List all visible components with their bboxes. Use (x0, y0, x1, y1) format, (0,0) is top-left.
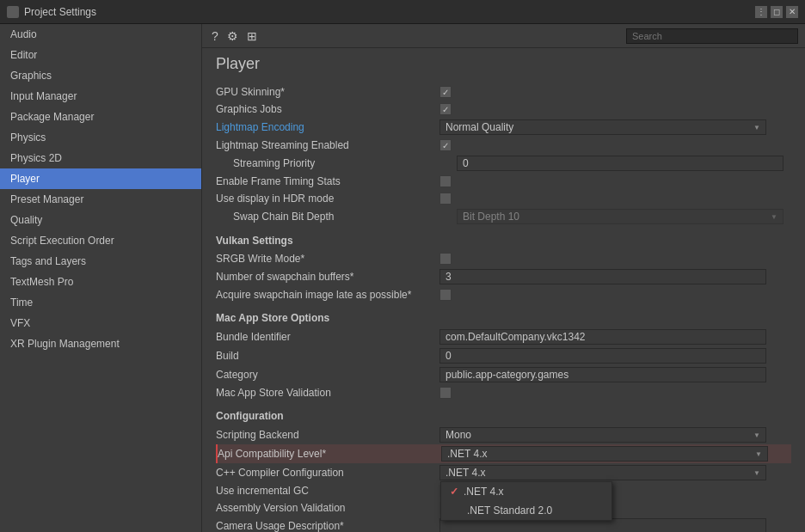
settings-value-streaming-priority (457, 156, 791, 171)
settings-row-gpu-skinning-: GPU Skinning* (216, 83, 791, 101)
settings-label: Scripting Backend (216, 429, 439, 441)
sidebar-item-xr-plugin-management[interactable]: XR Plugin Management (0, 333, 201, 354)
settings-value-acquire-swapchain-image-late-as-possible- (439, 289, 791, 301)
layout-button[interactable]: ⊞ (244, 29, 260, 43)
settings-row-lightmap-encoding: Lightmap EncodingNormal Quality▼ (216, 118, 791, 137)
sidebar-item-textmesh-pro[interactable]: TextMesh Pro (0, 272, 201, 292)
dropdown-label: .NET 4.x (447, 448, 487, 460)
chevron-down-icon: ▼ (753, 124, 760, 131)
settings-label: C++ Compiler Configuration (216, 467, 439, 479)
restore-button[interactable]: ◻ (771, 6, 783, 18)
sidebar-item-audio[interactable]: Audio (0, 24, 201, 45)
settings-label: Lightmap Streaming Enabled (216, 139, 439, 151)
page-title: Player (216, 55, 791, 76)
main-layout: AudioEditorGraphicsInput ManagerPackage … (0, 24, 805, 532)
dropdown-popup-item[interactable]: .NET Standard 2.0 (441, 501, 611, 520)
settings-label: Graphics Jobs (216, 103, 439, 115)
settings-value-scripting-backend: Mono▼ (439, 427, 791, 443)
settings-value-category (439, 367, 791, 382)
help-button[interactable]: ? (209, 29, 221, 43)
text-input[interactable] (439, 329, 766, 345)
dropdown[interactable]: .NET 4.x▼ (441, 446, 768, 462)
checkmark-icon: ✓ (450, 486, 458, 498)
settings-row-srgb-write-mode-: SRGB Write Mode* (216, 250, 791, 267)
checkbox[interactable] (439, 139, 452, 151)
settings-label: GPU Skinning* (216, 86, 439, 98)
settings-label: Build (216, 350, 439, 362)
dropdown-popup-item[interactable]: ✓.NET 4.x (441, 482, 611, 501)
settings-label: Camera Usage Description* (216, 520, 439, 532)
checkbox[interactable] (439, 175, 452, 187)
chevron-down-icon: ▼ (755, 450, 762, 458)
search-input[interactable] (626, 28, 798, 44)
section-mac-app-store-options: Mac App Store Options (216, 312, 791, 324)
dropdown-popup: ✓.NET 4.x.NET Standard 2.0 (440, 481, 612, 521)
checkbox[interactable] (439, 193, 452, 205)
sidebar-item-editor[interactable]: Editor (0, 45, 201, 65)
window-title: Project Settings (24, 6, 96, 18)
settings-row-enable-frame-timing-stats: Enable Frame Timing Stats (216, 173, 791, 190)
sidebar-item-quality[interactable]: Quality (0, 210, 201, 230)
checkbox[interactable] (439, 289, 452, 301)
settings-label: Streaming Priority (233, 157, 457, 169)
settings-row-api-compatibility-level-: Api Compatibility Level*.NET 4.x▼ (216, 444, 791, 463)
settings-value-api-compatibility-level-: .NET 4.x▼ (441, 446, 791, 462)
settings-icon-button[interactable]: ⚙ (224, 29, 241, 43)
settings-label: Number of swapchain buffers* (216, 271, 439, 283)
text-input[interactable] (457, 156, 783, 171)
settings-row-scripting-backend: Scripting BackendMono▼ (216, 425, 791, 444)
app-icon (7, 6, 19, 18)
sidebar-item-physics[interactable]: Physics (0, 127, 201, 148)
sidebar-item-physics-2d[interactable]: Physics 2D (0, 148, 201, 168)
title-bar: Project Settings ⋮ ◻ ✕ (0, 0, 805, 24)
sidebar: AudioEditorGraphicsInput ManagerPackage … (0, 24, 202, 532)
checkbox[interactable] (439, 387, 452, 399)
settings-row-lightmap-streaming-enabled: Lightmap Streaming Enabled (216, 137, 791, 154)
settings-value-graphics-jobs (439, 103, 791, 115)
toolbar: ? ⚙ ⊞ (202, 24, 805, 48)
text-input[interactable] (439, 269, 766, 284)
settings-value-build (439, 348, 791, 364)
settings-label: Use incremental GC (216, 485, 439, 497)
checkbox[interactable] (439, 103, 452, 115)
dropdown[interactable]: Normal Quality▼ (439, 119, 766, 135)
sidebar-item-vfx[interactable]: VFX (0, 313, 201, 333)
close-button[interactable]: ✕ (786, 6, 798, 18)
settings-value-gpu-skinning- (439, 86, 791, 98)
menu-button[interactable]: ⋮ (755, 6, 767, 18)
window-controls[interactable]: ⋮ ◻ ✕ (755, 6, 798, 18)
settings-label: Api Compatibility Level* (218, 448, 441, 460)
dropdown[interactable]: Mono▼ (439, 427, 766, 443)
sidebar-item-package-manager[interactable]: Package Manager (0, 107, 201, 127)
settings-row-mac-app-store-validation: Mac App Store Validation (216, 384, 791, 401)
section-vulkan-settings: Vulkan Settings (216, 235, 791, 247)
text-input[interactable] (439, 367, 766, 382)
settings-row-streaming-priority: Streaming Priority (216, 154, 791, 173)
sidebar-item-preset-manager[interactable]: Preset Manager (0, 189, 201, 210)
sidebar-item-player[interactable]: Player (0, 168, 201, 189)
settings-value-number-of-swapchain-buffers- (439, 269, 791, 284)
dropdown[interactable]: .NET 4.x▼✓.NET 4.x.NET Standard 2.0 (439, 465, 766, 480)
text-input[interactable] (439, 348, 766, 364)
sidebar-item-time[interactable]: Time (0, 292, 201, 313)
settings-label: Bundle Identifier (216, 331, 439, 343)
checkbox[interactable] (439, 86, 452, 98)
settings-value-bundle-identifier (439, 329, 791, 345)
sidebar-item-input-manager[interactable]: Input Manager (0, 86, 201, 107)
settings-label: Use display in HDR mode (216, 193, 439, 205)
settings-label: Mac App Store Validation (216, 387, 439, 399)
dropdown: Bit Depth 10▼ (457, 209, 783, 224)
dropdown-label: Normal Quality (446, 121, 513, 133)
settings-value-swap-chain-bit-depth: Bit Depth 10▼ (457, 209, 791, 224)
content-panel[interactable]: Player GPU Skinning*Graphics JobsLightma… (202, 48, 805, 532)
settings-row-category: Category (216, 365, 791, 384)
sidebar-item-tags-and-layers[interactable]: Tags and Layers (0, 251, 201, 272)
settings-value-c++-compiler-configuration: .NET 4.x▼✓.NET 4.x.NET Standard 2.0 (439, 465, 791, 480)
popup-item-label: .NET 4.x (464, 486, 503, 498)
sidebar-item-script-execution-order[interactable]: Script Execution Order (0, 230, 201, 251)
settings-row-c++-compiler-configuration: C++ Compiler Configuration.NET 4.x▼✓.NET… (216, 463, 791, 482)
sidebar-item-graphics[interactable]: Graphics (0, 65, 201, 86)
settings-label[interactable]: Lightmap Encoding (216, 121, 439, 133)
checkbox[interactable] (439, 253, 452, 265)
settings-label: Enable Frame Timing Stats (216, 175, 439, 187)
